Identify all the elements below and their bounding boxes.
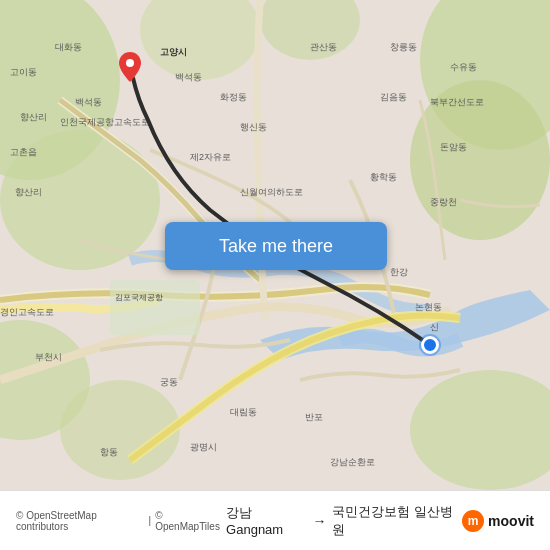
svg-text:향산리: 향산리	[20, 112, 47, 122]
svg-text:김포국제공항: 김포국제공항	[115, 293, 163, 302]
moovit-logo: m moovit	[462, 510, 534, 532]
svg-text:향산리: 향산리	[15, 187, 42, 197]
svg-text:황학동: 황학동	[370, 172, 397, 182]
svg-text:대림동: 대림동	[230, 407, 257, 417]
svg-text:항동: 항동	[100, 447, 118, 457]
svg-text:화정동: 화정동	[220, 92, 247, 102]
svg-text:부천시: 부천시	[35, 352, 62, 362]
svg-text:백석동: 백석동	[175, 72, 202, 82]
svg-point-45	[126, 59, 134, 67]
svg-text:대화동: 대화동	[55, 42, 82, 52]
svg-text:김음동: 김음동	[380, 92, 407, 102]
svg-text:한강: 한강	[390, 267, 408, 277]
svg-text:북부간선도로: 북부간선도로	[430, 97, 484, 107]
map-container: 김포국제공항 고이동 대화동 향산리 고촌읍 향산리 고양시 백석동 화정동 행…	[0, 0, 550, 490]
origin-dot	[421, 336, 439, 354]
svg-text:관산동: 관산동	[310, 42, 337, 52]
osm-copyright: © OpenStreetMap contributors	[16, 510, 145, 532]
omt-copyright: © OpenMapTiles	[155, 510, 226, 532]
svg-text:인천국제공항고속도로: 인천국제공항고속도로	[60, 117, 150, 127]
svg-text:창릉동: 창릉동	[390, 42, 417, 52]
origin-label: 강남 Gangnam	[226, 504, 306, 537]
svg-text:고양시: 고양시	[160, 47, 187, 57]
svg-rect-10	[110, 280, 200, 335]
moovit-text: moovit	[488, 513, 534, 529]
svg-text:백석동: 백석동	[75, 97, 102, 107]
svg-text:행신동: 행신동	[240, 122, 267, 132]
moovit-icon: m	[462, 510, 484, 532]
svg-text:경인고속도로: 경인고속도로	[0, 307, 54, 317]
copyright-separator: |	[149, 515, 152, 526]
footer-left: © OpenStreetMap contributors | © OpenMap…	[16, 510, 226, 532]
svg-text:논현동: 논현동	[415, 302, 442, 312]
footer-right: 강남 Gangnam → 국민건강보험 일산병원 m moovit	[226, 503, 534, 539]
svg-text:돈암동: 돈암동	[440, 142, 467, 152]
destination-label: 국민건강보험 일산병원	[332, 503, 456, 539]
svg-text:고이동: 고이동	[10, 67, 37, 77]
svg-text:제2자유로: 제2자유로	[190, 152, 231, 162]
svg-text:강남순환로: 강남순환로	[330, 457, 375, 467]
arrow-icon: →	[312, 513, 326, 529]
footer: © OpenStreetMap contributors | © OpenMap…	[0, 490, 550, 550]
svg-text:신월여의하도로: 신월여의하도로	[240, 187, 303, 197]
destination-pin	[119, 52, 141, 86]
take-me-there-button[interactable]: Take me there	[165, 222, 387, 270]
svg-text:고촌읍: 고촌읍	[10, 147, 37, 157]
svg-text:수유동: 수유동	[450, 62, 477, 72]
svg-text:신: 신	[430, 322, 439, 332]
svg-text:궁동: 궁동	[160, 377, 178, 387]
svg-text:반포: 반포	[305, 412, 323, 422]
svg-text:광명시: 광명시	[190, 442, 217, 452]
svg-text:중랑천: 중랑천	[430, 197, 457, 207]
